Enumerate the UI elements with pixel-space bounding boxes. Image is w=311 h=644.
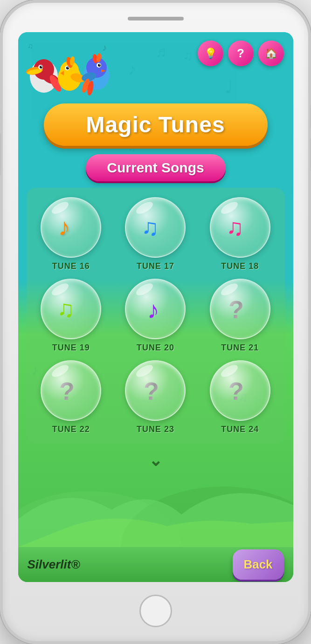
lightbulb-icon: 💡 [204,48,217,60]
tune-24-item[interactable]: ? TUNE 24 [200,360,280,434]
bottom-bar: Silverlit® Back [18,547,293,582]
svg-point-13 [66,67,69,69]
app-background: ♪ ♫ ♩ ♪ ♬ ♪ ♫ ♪ ♫ 💡 ? [18,32,293,582]
tune-23-label: TUNE 23 [137,425,174,434]
tune-20-icon: ♪ [139,293,172,325]
home-button-physical[interactable] [139,595,172,627]
tune-17-item[interactable]: ♫ TUNE 17 [116,197,195,271]
svg-text:♫: ♫ [28,42,33,50]
app-title: Magic Tunes [86,112,225,137]
tune-22-bubble[interactable]: ? [41,360,101,421]
svg-point-23 [99,64,100,65]
back-button[interactable]: Back [233,549,284,580]
tune-19-icon: ♫ [55,293,87,325]
tune-23-item[interactable]: ? TUNE 23 [116,360,195,434]
current-songs-label: Current Songs [107,160,204,175]
phone-screen: ♪ ♫ ♩ ♪ ♬ ♪ ♫ ♪ ♫ 💡 ? [18,32,293,582]
current-songs-banner: Current Songs [86,154,226,181]
chevron-down-icon[interactable]: ⌄ [149,451,162,470]
songs-grid: ♪ TUNE 16 ♫ TUNE 17 [31,197,280,434]
phone-speaker [128,17,184,21]
help-button[interactable]: ? [228,41,254,66]
chevron-area: ⌄ [18,444,293,473]
svg-text:♫: ♫ [57,296,75,322]
tune-24-bubble[interactable]: ? [210,360,270,421]
svg-text:?: ? [228,295,244,323]
tune-22-item[interactable]: ? TUNE 22 [31,360,111,434]
svg-text:?: ? [59,377,75,405]
tune-16-icon: ♪ [55,211,87,244]
tune-16-item[interactable]: ♪ TUNE 16 [31,197,111,271]
svg-point-5 [40,66,42,69]
home-button[interactable]: 🏠 [258,41,284,66]
tune-22-icon: ? [55,374,87,407]
tune-17-icon: ♫ [139,211,172,244]
svg-text:?: ? [228,377,244,405]
tune-18-label: TUNE 18 [221,261,259,271]
svg-point-6 [41,66,42,67]
hint-button[interactable]: 💡 [198,41,223,66]
power-button[interactable] [0,133,1,175]
svg-text:♫: ♫ [226,214,244,240]
svg-text:♪: ♪ [147,296,159,323]
svg-text:♫: ♫ [141,214,159,240]
home-icon: 🏠 [265,48,277,60]
tune-16-bubble[interactable]: ♪ [41,197,101,258]
tune-17-bubble[interactable]: ♫ [125,197,186,258]
svg-text:♪: ♪ [58,213,70,240]
tune-20-bubble[interactable]: ♪ [125,279,186,339]
svg-point-14 [68,67,69,68]
songs-container: ♪ TUNE 16 ♫ TUNE 17 [27,188,285,444]
tune-19-item[interactable]: ♫ TUNE 19 [31,279,111,353]
tune-21-label: TUNE 21 [221,343,259,353]
header-icons: 💡 ? 🏠 [198,41,284,66]
birds-mascot: ♪ ♫ [23,37,107,93]
back-label: Back [243,557,272,572]
tune-20-item[interactable]: ♪ TUNE 20 [116,279,195,353]
phone-frame: ♪ ♫ ♩ ♪ ♬ ♪ ♫ ♪ ♫ 💡 ? [0,0,311,644]
tune-18-bubble[interactable]: ♫ [210,197,270,258]
svg-point-22 [98,64,101,67]
title-banner: Magic Tunes [44,103,268,146]
svg-text:?: ? [144,377,159,405]
tune-21-item[interactable]: ? TUNE 21 [200,279,280,353]
tune-24-icon: ? [224,374,256,407]
tune-16-label: TUNE 16 [52,261,90,271]
tune-18-item[interactable]: ♫ TUNE 18 [200,197,280,271]
tune-24-label: TUNE 24 [221,425,259,434]
tune-23-bubble[interactable]: ? [125,360,186,421]
tune-17-label: TUNE 17 [137,261,174,271]
tune-20-label: TUNE 20 [137,343,174,353]
birds-svg: ♪ ♫ [23,37,116,97]
tune-22-label: TUNE 22 [52,425,90,434]
tune-18-icon: ♫ [224,211,256,244]
tune-21-icon: ? [224,293,256,325]
tune-23-icon: ? [139,374,172,407]
question-icon: ? [237,46,244,61]
silverlit-logo: Silverlit® [28,557,80,572]
tune-19-label: TUNE 19 [52,343,90,353]
tune-19-bubble[interactable]: ♫ [41,279,101,339]
svg-text:♪: ♪ [102,42,107,53]
tune-21-bubble[interactable]: ? [210,279,270,339]
